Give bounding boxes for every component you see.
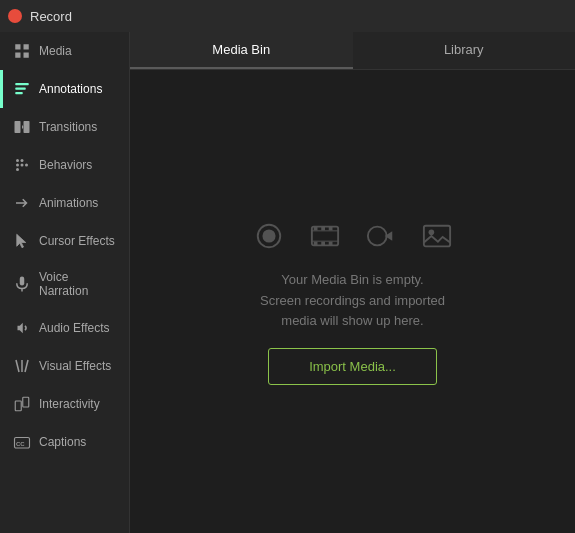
cc-icon: CC [13, 433, 31, 451]
svg-rect-7 [15, 121, 21, 133]
annotation-icon [13, 80, 31, 98]
sidebar-item-interactivity[interactable]: Interactivity [0, 385, 129, 423]
svg-point-10 [16, 164, 19, 167]
sidebar-label: Behaviors [39, 158, 92, 172]
svg-rect-1 [24, 44, 29, 49]
sidebar-item-media[interactable]: Media [0, 32, 129, 70]
sidebar-label: Media [39, 44, 72, 58]
svg-rect-8 [24, 121, 30, 133]
sidebar-item-annotations[interactable]: Annotations [0, 70, 129, 108]
content-area: Media Bin Library [130, 32, 575, 533]
svg-rect-15 [20, 277, 25, 286]
svg-point-13 [21, 164, 24, 167]
arrow-right-icon [13, 194, 31, 212]
svg-point-36 [367, 226, 386, 245]
sidebar-label: Transitions [39, 120, 97, 134]
svg-rect-6 [15, 92, 23, 94]
svg-rect-4 [15, 83, 29, 85]
sidebar-item-cursor-effects[interactable]: Cursor Effects [0, 222, 129, 260]
sidebar-label: Interactivity [39, 397, 100, 411]
record-icon [251, 218, 287, 254]
svg-rect-35 [328, 241, 332, 245]
svg-text:CC: CC [16, 441, 25, 447]
sidebar-item-transitions[interactable]: Transitions [0, 108, 129, 146]
svg-line-18 [16, 360, 19, 372]
sidebar: Media Annotations Transitions [0, 32, 130, 533]
cursor-icon [13, 232, 31, 250]
svg-rect-38 [423, 225, 449, 246]
main-layout: Media Annotations Transitions [0, 32, 575, 533]
svg-rect-0 [15, 44, 20, 49]
svg-rect-3 [24, 53, 29, 58]
svg-point-9 [16, 159, 19, 162]
svg-rect-22 [23, 397, 29, 407]
tabs-bar: Media Bin Library [130, 32, 575, 70]
audio-wave-icon [363, 218, 399, 254]
sidebar-item-captions[interactable]: CC Captions [0, 423, 129, 461]
mic-icon [13, 275, 31, 293]
sidebar-item-audio-effects[interactable]: Audio Effects [0, 309, 129, 347]
svg-rect-5 [15, 88, 26, 90]
sidebar-label: Audio Effects [39, 321, 110, 335]
media-type-icons [251, 218, 455, 254]
empty-message: Your Media Bin is empty. Screen recordin… [260, 270, 445, 332]
svg-rect-30 [313, 226, 317, 230]
image-icon [419, 218, 455, 254]
grid-icon [13, 42, 31, 60]
close-button[interactable] [8, 9, 22, 23]
sidebar-label: Voice Narration [39, 270, 119, 299]
svg-rect-32 [328, 226, 332, 230]
interactivity-icon [13, 395, 31, 413]
svg-point-26 [262, 229, 275, 242]
sidebar-label: Captions [39, 435, 86, 449]
sidebar-label: Annotations [39, 82, 102, 96]
behaviors-icon [13, 156, 31, 174]
sidebar-label: Animations [39, 196, 98, 210]
sidebar-item-visual-effects[interactable]: Visual Effects [0, 347, 129, 385]
svg-rect-28 [311, 230, 337, 231]
tab-library[interactable]: Library [353, 32, 576, 69]
svg-rect-21 [15, 401, 21, 411]
sidebar-item-voice-narration[interactable]: Voice Narration [0, 260, 129, 309]
svg-rect-31 [321, 226, 325, 230]
svg-rect-34 [321, 241, 325, 245]
svg-point-12 [21, 159, 24, 162]
sidebar-item-animations[interactable]: Animations [0, 184, 129, 222]
svg-point-11 [16, 168, 19, 171]
visual-icon [13, 357, 31, 375]
sidebar-label: Visual Effects [39, 359, 111, 373]
media-bin-content: Your Media Bin is empty. Screen recordin… [130, 70, 575, 533]
svg-line-20 [25, 360, 28, 372]
svg-marker-17 [18, 323, 23, 334]
sidebar-item-behaviors[interactable]: Behaviors [0, 146, 129, 184]
transition-icon [13, 118, 31, 136]
tab-media-bin[interactable]: Media Bin [130, 32, 353, 69]
svg-point-14 [25, 164, 28, 167]
svg-rect-2 [15, 53, 20, 58]
svg-rect-29 [311, 240, 337, 241]
film-icon [307, 218, 343, 254]
audio-icon [13, 319, 31, 337]
title-bar: Record [0, 0, 575, 32]
svg-rect-33 [313, 241, 317, 245]
app-title: Record [30, 9, 72, 24]
svg-point-39 [428, 229, 434, 235]
import-media-button[interactable]: Import Media... [268, 348, 437, 385]
sidebar-label: Cursor Effects [39, 234, 115, 248]
